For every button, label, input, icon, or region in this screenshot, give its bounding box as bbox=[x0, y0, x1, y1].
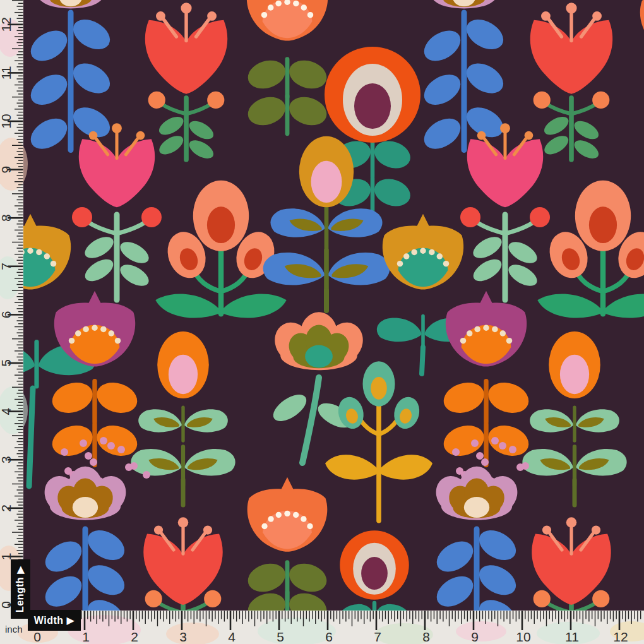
bottom-ruler-number: 9 bbox=[471, 629, 479, 644]
left-ruler-number: 1 bbox=[0, 553, 13, 561]
length-tag: Length ▶ bbox=[11, 559, 30, 619]
bottom-ruler-number: 0 bbox=[33, 629, 41, 644]
fabric-swatch-scene: 0123456789101112 0123456789101112 inch L… bbox=[0, 0, 644, 644]
bottom-ruler-number: 6 bbox=[325, 629, 333, 644]
fabric-swatch-photo: 0123456789101112 0123456789101112 inch L… bbox=[0, 0, 644, 644]
orange-egg-flower-left bbox=[157, 331, 209, 398]
orange-circle-flower-top bbox=[325, 47, 420, 143]
left-ruler-number: 12 bbox=[0, 17, 13, 32]
bottom-ruler: 0123456789101112 bbox=[0, 611, 644, 644]
left-ruler-number: 2 bbox=[0, 504, 13, 512]
left-ruler-number: 6 bbox=[0, 311, 13, 319]
left-ruler-number: 5 bbox=[0, 359, 13, 367]
left-ruler-number: 9 bbox=[0, 166, 13, 174]
bottom-ruler-number: 10 bbox=[516, 629, 530, 644]
orange-egg-flower-right bbox=[549, 331, 600, 398]
left-ruler-number: 7 bbox=[0, 263, 13, 270]
orange-circle-flower-bottom bbox=[340, 530, 408, 599]
width-tag-label: Width ▶ bbox=[34, 615, 75, 626]
pastel-motif-under-ruler bbox=[258, 617, 336, 644]
bottom-ruler-number: 1 bbox=[82, 629, 90, 644]
bottom-ruler-number: 7 bbox=[374, 629, 381, 644]
bottom-ruler-number: 12 bbox=[613, 629, 628, 644]
width-tag: Width ▶ bbox=[28, 610, 81, 631]
inch-unit-label: inch bbox=[5, 624, 23, 635]
bottom-ruler-number: 5 bbox=[277, 629, 284, 644]
teal-stem bbox=[422, 347, 423, 374]
teal-stem bbox=[29, 388, 33, 486]
pastel-motif-under-ruler bbox=[456, 621, 506, 641]
bottom-ruler-number: 3 bbox=[179, 629, 187, 644]
bottom-ruler-number: 4 bbox=[228, 629, 236, 644]
mustard-egg-flower bbox=[299, 136, 354, 207]
left-ruler-number: 10 bbox=[0, 114, 13, 128]
bottom-ruler-number: 2 bbox=[131, 629, 138, 644]
left-ruler-number: 4 bbox=[0, 407, 13, 415]
left-ruler-number: 8 bbox=[0, 214, 13, 222]
bottom-ruler-number: 8 bbox=[422, 629, 430, 644]
bottom-ruler-number: 11 bbox=[565, 629, 579, 644]
length-tag-label: Length ▶ bbox=[15, 566, 25, 612]
left-ruler-number: 11 bbox=[0, 66, 13, 80]
left-ruler-number: 3 bbox=[0, 456, 13, 463]
